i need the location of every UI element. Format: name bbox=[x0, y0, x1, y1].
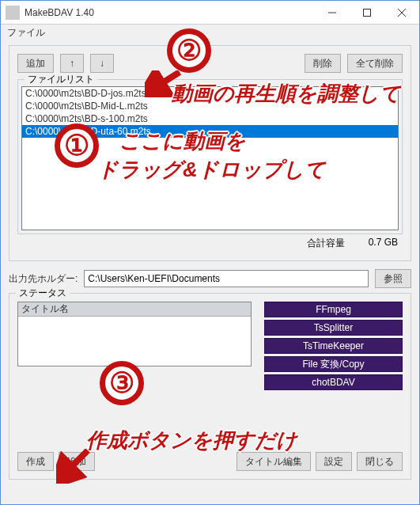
output-row: 出力先ホルダー: 参照 bbox=[9, 269, 411, 288]
app-icon bbox=[6, 6, 20, 20]
menubar: ファイル bbox=[1, 25, 419, 40]
total-size-value: 0.7 GB bbox=[369, 237, 398, 250]
filelist-group: ファイルリスト C:\0000\m2ts\BD-D-jos.m2ts C:\00… bbox=[17, 79, 403, 234]
stage-tstimekeeper: TsTimeKeeper bbox=[264, 338, 403, 354]
title-column-header[interactable]: タイトル名 bbox=[18, 302, 251, 317]
move-down-button[interactable]: ↓ bbox=[90, 54, 114, 73]
status-section: ステータス タイトル名 FFmpeg TsSplitter TsTimeKeep… bbox=[9, 293, 411, 480]
filelist-listbox[interactable]: C:\0000\m2ts\BD-D-jos.m2ts C:\0000\m2ts\… bbox=[21, 86, 399, 230]
list-item[interactable]: C:\0000\m2ts\BD-uta-60.m2ts bbox=[22, 125, 398, 138]
browse-button[interactable]: 参照 bbox=[375, 269, 411, 288]
svg-rect-0 bbox=[364, 9, 371, 16]
output-label: 出力先ホルダー: bbox=[9, 272, 78, 286]
maximize-button[interactable] bbox=[350, 1, 384, 25]
app-window: MakeBDAV 1.40 ファイル 追加 ↑ ↓ 削除 全て削除 ファイルリ bbox=[0, 0, 420, 505]
minimize-button[interactable] bbox=[315, 1, 350, 25]
close-icon bbox=[398, 9, 406, 17]
move-up-button[interactable]: ↑ bbox=[60, 54, 84, 73]
create-button[interactable]: 作成 bbox=[17, 452, 54, 471]
list-item[interactable]: C:\0000\m2ts\BD-Mid-L.m2ts bbox=[22, 100, 398, 112]
status-legend: ステータス bbox=[16, 287, 70, 300]
filelist-legend: ファイルリスト bbox=[25, 73, 97, 86]
window-title: MakeBDAV 1.40 bbox=[25, 7, 315, 18]
output-path-input[interactable] bbox=[84, 270, 369, 287]
delete-button[interactable]: 削除 bbox=[305, 54, 341, 73]
menu-file[interactable]: ファイル bbox=[7, 27, 45, 38]
stage-ffmpeg: FFmpeg bbox=[264, 302, 403, 317]
add-file-button[interactable]: 追加 bbox=[17, 54, 54, 73]
close-button[interactable] bbox=[384, 1, 419, 25]
title-edit-button[interactable]: タイトル編集 bbox=[236, 452, 311, 471]
filelist-section: 追加 ↑ ↓ 削除 全て削除 ファイルリスト C:\0000\m2ts\BD-D… bbox=[9, 45, 411, 261]
stage-chotbdav: chotBDAV bbox=[264, 374, 403, 390]
list-item[interactable]: C:\0000\m2ts\BD-D-jos.m2ts bbox=[22, 87, 398, 100]
delete-all-button[interactable]: 全て削除 bbox=[347, 54, 403, 73]
minimize-icon bbox=[328, 9, 336, 17]
maximize-icon bbox=[363, 9, 371, 17]
total-size-label: 合計容量 bbox=[307, 237, 345, 250]
title-table: タイトル名 bbox=[17, 302, 252, 366]
stage-fileconvert: File 変換/Copy bbox=[264, 356, 403, 372]
stage-tssplitter: TsSplitter bbox=[264, 320, 403, 336]
stage-list: FFmpeg TsSplitter TsTimeKeeper File 変換/C… bbox=[264, 302, 403, 428]
titlebar: MakeBDAV 1.40 bbox=[1, 1, 419, 25]
list-item[interactable]: C:\0000\m2ts\BD-s-100.m2ts bbox=[22, 112, 398, 125]
settings-button[interactable]: 設定 bbox=[316, 452, 352, 471]
close-app-button[interactable]: 閉じる bbox=[357, 452, 403, 471]
add-title-button[interactable]: 追加 bbox=[59, 452, 95, 471]
